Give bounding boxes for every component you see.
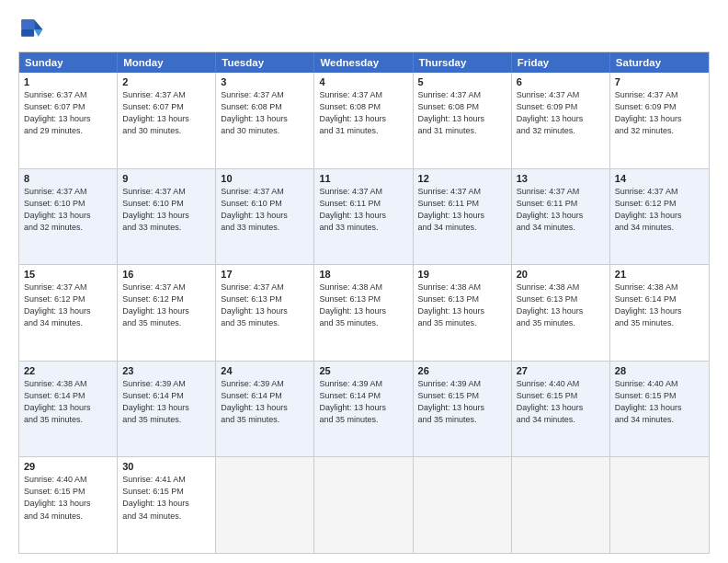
empty-cell bbox=[414, 457, 512, 553]
day-number: 18 bbox=[319, 269, 407, 280]
logo-icon bbox=[18, 17, 44, 42]
day-info: Sunrise: 4:37 AMSunset: 6:07 PMDaylight:… bbox=[122, 89, 210, 137]
day-cell-30: 30Sunrise: 4:41 AMSunset: 6:15 PMDayligh… bbox=[118, 457, 216, 553]
day-info: Sunrise: 4:37 AMSunset: 6:11 PMDaylight:… bbox=[319, 186, 407, 234]
day-cell-5: 5Sunrise: 4:37 AMSunset: 6:08 PMDaylight… bbox=[414, 73, 512, 168]
day-info: Sunrise: 4:37 AMSunset: 6:08 PMDaylight:… bbox=[418, 89, 506, 137]
day-number: 21 bbox=[615, 269, 704, 280]
day-info: Sunrise: 4:39 AMSunset: 6:14 PMDaylight:… bbox=[221, 378, 309, 426]
header-day-thursday: Thursday bbox=[414, 52, 512, 73]
day-info: Sunrise: 4:37 AMSunset: 6:09 PMDaylight:… bbox=[615, 89, 704, 137]
day-info: Sunrise: 4:37 AMSunset: 6:12 PMDaylight:… bbox=[122, 282, 210, 329]
day-cell-22: 22Sunrise: 4:38 AMSunset: 6:14 PMDayligh… bbox=[19, 362, 118, 457]
day-info: Sunrise: 4:37 AMSunset: 6:10 PMDaylight:… bbox=[221, 186, 309, 234]
day-cell-16: 16Sunrise: 4:37 AMSunset: 6:12 PMDayligh… bbox=[118, 265, 216, 361]
day-cell-15: 15Sunrise: 4:37 AMSunset: 6:12 PMDayligh… bbox=[19, 265, 118, 361]
day-number: 10 bbox=[221, 173, 309, 184]
day-number: 13 bbox=[517, 173, 605, 184]
empty-cell bbox=[610, 457, 709, 553]
header-day-wednesday: Wednesday bbox=[314, 52, 413, 73]
day-number: 22 bbox=[24, 365, 112, 376]
day-number: 6 bbox=[517, 76, 605, 87]
calendar-row-2: 15Sunrise: 4:37 AMSunset: 6:12 PMDayligh… bbox=[19, 264, 709, 361]
day-info: Sunrise: 4:37 AMSunset: 6:11 PMDaylight:… bbox=[517, 186, 605, 234]
svg-rect-3 bbox=[21, 29, 34, 37]
day-info: Sunrise: 4:37 AMSunset: 6:10 PMDaylight:… bbox=[24, 186, 112, 234]
logo bbox=[18, 17, 48, 42]
header-day-saturday: Saturday bbox=[610, 52, 709, 73]
day-cell-9: 9Sunrise: 4:37 AMSunset: 6:10 PMDaylight… bbox=[118, 169, 216, 265]
day-number: 27 bbox=[517, 365, 605, 376]
day-number: 29 bbox=[24, 461, 112, 472]
calendar: SundayMondayTuesdayWednesdayThursdayFrid… bbox=[18, 52, 710, 554]
svg-marker-0 bbox=[34, 19, 42, 29]
day-number: 15 bbox=[24, 269, 112, 280]
day-number: 11 bbox=[319, 173, 407, 184]
day-info: Sunrise: 4:38 AMSunset: 6:14 PMDaylight:… bbox=[24, 378, 112, 426]
day-info: Sunrise: 4:38 AMSunset: 6:13 PMDaylight:… bbox=[319, 282, 407, 329]
day-info: Sunrise: 4:39 AMSunset: 6:14 PMDaylight:… bbox=[122, 378, 210, 426]
day-number: 5 bbox=[418, 76, 506, 87]
calendar-row-4: 29Sunrise: 4:40 AMSunset: 6:15 PMDayligh… bbox=[19, 456, 709, 553]
day-info: Sunrise: 4:40 AMSunset: 6:15 PMDaylight:… bbox=[24, 474, 112, 522]
day-info: Sunrise: 4:38 AMSunset: 6:13 PMDaylight:… bbox=[418, 282, 506, 329]
day-info: Sunrise: 4:40 AMSunset: 6:15 PMDaylight:… bbox=[615, 378, 704, 426]
day-info: Sunrise: 4:37 AMSunset: 6:13 PMDaylight:… bbox=[221, 282, 309, 329]
day-info: Sunrise: 4:37 AMSunset: 6:12 PMDaylight:… bbox=[24, 282, 112, 329]
day-number: 30 bbox=[122, 461, 210, 472]
day-cell-6: 6Sunrise: 4:37 AMSunset: 6:09 PMDaylight… bbox=[512, 73, 610, 168]
day-cell-12: 12Sunrise: 4:37 AMSunset: 6:11 PMDayligh… bbox=[414, 169, 512, 265]
day-number: 1 bbox=[24, 76, 112, 87]
day-info: Sunrise: 6:37 AMSunset: 6:07 PMDaylight:… bbox=[24, 89, 112, 137]
day-number: 7 bbox=[615, 76, 704, 87]
day-cell-25: 25Sunrise: 4:39 AMSunset: 6:14 PMDayligh… bbox=[314, 362, 413, 457]
day-info: Sunrise: 4:39 AMSunset: 6:15 PMDaylight:… bbox=[418, 378, 506, 426]
day-info: Sunrise: 4:37 AMSunset: 6:08 PMDaylight:… bbox=[319, 89, 407, 137]
day-info: Sunrise: 4:38 AMSunset: 6:13 PMDaylight:… bbox=[517, 282, 605, 329]
day-cell-7: 7Sunrise: 4:37 AMSunset: 6:09 PMDaylight… bbox=[610, 73, 709, 168]
day-cell-1: 1Sunrise: 6:37 AMSunset: 6:07 PMDaylight… bbox=[19, 73, 118, 168]
calendar-header: SundayMondayTuesdayWednesdayThursdayFrid… bbox=[19, 52, 709, 73]
day-number: 17 bbox=[221, 269, 309, 280]
day-cell-23: 23Sunrise: 4:39 AMSunset: 6:14 PMDayligh… bbox=[118, 362, 216, 457]
calendar-row-0: 1Sunrise: 6:37 AMSunset: 6:07 PMDaylight… bbox=[19, 73, 709, 168]
page: SundayMondayTuesdayWednesdayThursdayFrid… bbox=[0, 0, 728, 563]
header-day-friday: Friday bbox=[512, 52, 610, 73]
day-cell-21: 21Sunrise: 4:38 AMSunset: 6:14 PMDayligh… bbox=[610, 265, 709, 361]
day-cell-26: 26Sunrise: 4:39 AMSunset: 6:15 PMDayligh… bbox=[414, 362, 512, 457]
day-info: Sunrise: 4:39 AMSunset: 6:14 PMDaylight:… bbox=[319, 378, 407, 426]
day-info: Sunrise: 4:41 AMSunset: 6:15 PMDaylight:… bbox=[122, 474, 210, 522]
empty-cell bbox=[216, 457, 314, 553]
day-number: 20 bbox=[517, 269, 605, 280]
day-info: Sunrise: 4:37 AMSunset: 6:09 PMDaylight:… bbox=[517, 89, 605, 137]
day-cell-28: 28Sunrise: 4:40 AMSunset: 6:15 PMDayligh… bbox=[610, 362, 709, 457]
day-number: 3 bbox=[221, 76, 309, 87]
day-number: 25 bbox=[319, 365, 407, 376]
day-info: Sunrise: 4:40 AMSunset: 6:15 PMDaylight:… bbox=[517, 378, 605, 426]
day-number: 23 bbox=[122, 365, 210, 376]
day-number: 16 bbox=[122, 269, 210, 280]
day-info: Sunrise: 4:38 AMSunset: 6:14 PMDaylight:… bbox=[615, 282, 704, 329]
day-cell-11: 11Sunrise: 4:37 AMSunset: 6:11 PMDayligh… bbox=[314, 169, 413, 265]
day-cell-20: 20Sunrise: 4:38 AMSunset: 6:13 PMDayligh… bbox=[512, 265, 610, 361]
empty-cell bbox=[512, 457, 610, 553]
day-cell-4: 4Sunrise: 4:37 AMSunset: 6:08 PMDaylight… bbox=[314, 73, 413, 168]
day-number: 26 bbox=[418, 365, 506, 376]
day-cell-10: 10Sunrise: 4:37 AMSunset: 6:10 PMDayligh… bbox=[216, 169, 314, 265]
header-day-sunday: Sunday bbox=[19, 52, 118, 73]
day-cell-29: 29Sunrise: 4:40 AMSunset: 6:15 PMDayligh… bbox=[19, 457, 118, 553]
day-cell-13: 13Sunrise: 4:37 AMSunset: 6:11 PMDayligh… bbox=[512, 169, 610, 265]
header-day-monday: Monday bbox=[118, 52, 216, 73]
day-cell-17: 17Sunrise: 4:37 AMSunset: 6:13 PMDayligh… bbox=[216, 265, 314, 361]
calendar-row-3: 22Sunrise: 4:38 AMSunset: 6:14 PMDayligh… bbox=[19, 361, 709, 457]
day-cell-19: 19Sunrise: 4:38 AMSunset: 6:13 PMDayligh… bbox=[414, 265, 512, 361]
day-cell-24: 24Sunrise: 4:39 AMSunset: 6:14 PMDayligh… bbox=[216, 362, 314, 457]
day-cell-14: 14Sunrise: 4:37 AMSunset: 6:12 PMDayligh… bbox=[610, 169, 709, 265]
header-day-tuesday: Tuesday bbox=[216, 52, 314, 73]
day-number: 14 bbox=[615, 173, 704, 184]
day-number: 2 bbox=[122, 76, 210, 87]
svg-rect-2 bbox=[21, 19, 34, 29]
day-number: 9 bbox=[122, 173, 210, 184]
day-number: 4 bbox=[319, 76, 407, 87]
calendar-row-1: 8Sunrise: 4:37 AMSunset: 6:10 PMDaylight… bbox=[19, 168, 709, 265]
